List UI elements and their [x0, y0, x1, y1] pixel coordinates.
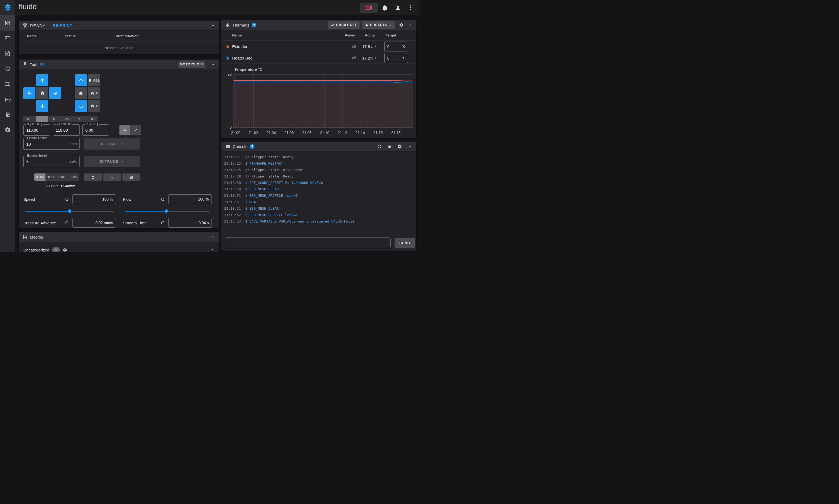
console-settings-gear-icon[interactable]	[397, 144, 402, 149]
macro-category-row[interactable]: Uncategorized 22	[23, 244, 215, 252]
console-output[interactable]: 21:17:21// Klipper state: Ready21:17:23$…	[224, 154, 414, 224]
fire-icon	[365, 23, 369, 27]
macro-count-badge: 22	[52, 247, 60, 252]
motors-off-button[interactable]: MOTORS OFF	[178, 60, 205, 68]
arrow-down-icon	[78, 103, 84, 109]
z-step-0.005[interactable]: 0.005	[34, 174, 46, 181]
collapse-category-button[interactable]	[210, 248, 215, 252]
collapse-status-button[interactable]	[210, 23, 215, 28]
home-xy-button[interactable]	[36, 87, 48, 99]
thermals-settings-gear-icon[interactable]	[399, 23, 404, 28]
console-help-button[interactable]: ?	[250, 144, 254, 149]
tool-panel: Tool ❄! MOTORS OFF ALL X Y 0.1 1 10 25 5…	[19, 59, 219, 228]
extrude-length-field[interactable]: Extrude Length 10 mm	[23, 138, 80, 149]
sidebar-item-tune[interactable]	[0, 76, 15, 92]
temperature-chart[interactable]	[234, 74, 413, 128]
speed-slider[interactable]	[25, 211, 114, 212]
z-step-0.01[interactable]: 0.01	[46, 174, 57, 181]
jog-step-100[interactable]: 100	[86, 116, 98, 122]
z-step-0.025[interactable]: 0.025	[57, 174, 68, 181]
sidebar-item-console[interactable]	[0, 31, 15, 46]
axis-arrow-icon	[122, 128, 127, 133]
emergency-stop-button[interactable]	[360, 3, 378, 13]
jog-x-plus-button[interactable]	[49, 87, 61, 99]
sidebar-item-jobs[interactable]	[0, 46, 15, 61]
z-offset-save-button[interactable]	[122, 174, 140, 181]
y-position-field[interactable]: Y [ 110.00 ]110.00	[53, 124, 80, 136]
pressure-advance-reset-button[interactable]	[65, 221, 69, 225]
thermals-help-button[interactable]: ?	[252, 23, 256, 28]
jog-step-0.1[interactable]: 0.1	[23, 116, 36, 122]
sidebar-item-settings[interactable]	[0, 122, 15, 138]
col-status: Status	[65, 34, 116, 38]
notifications-button[interactable]	[379, 2, 391, 13]
console-command-input[interactable]	[225, 237, 391, 248]
send-button[interactable]: SEND	[395, 238, 415, 248]
collapse-thermals-button[interactable]	[408, 22, 412, 28]
jog-step-10[interactable]: 10	[48, 116, 61, 122]
absolute-mode-button[interactable]	[119, 125, 130, 136]
jog-z-minus-button[interactable]	[75, 100, 87, 112]
account-button[interactable]	[392, 2, 404, 13]
flow-input[interactable]: 100 %	[168, 194, 212, 204]
dots-vertical-icon	[407, 4, 414, 11]
extrude-speed-field[interactable]: Extrude Speed 5 mm/s	[23, 156, 80, 167]
fluidd-logo[interactable]	[0, 0, 15, 15]
presets-button[interactable]: PRESETS	[362, 21, 395, 29]
jog-z-plus-button[interactable]	[75, 74, 87, 86]
arrow-down-icon	[39, 103, 45, 109]
collapse-console-button[interactable]	[408, 144, 412, 149]
relative-mode-button[interactable]	[130, 125, 141, 136]
smooth-time-reset-button[interactable]	[160, 221, 165, 225]
z-position-field[interactable]: Z [ 0.00 ]0.00	[82, 124, 109, 136]
heater-name: Extruder	[232, 44, 247, 49]
home-icon	[40, 91, 45, 96]
home-x-button[interactable]: X	[88, 87, 100, 99]
home-all-button[interactable]: ALL	[88, 74, 100, 86]
chart-toggle-button[interactable]: CHART OFF	[328, 21, 360, 29]
console-line: 21:17:23$ FIRMWARE_RESTART	[224, 160, 414, 167]
extruder-flame-icon	[225, 44, 230, 49]
arrow-left-icon	[27, 90, 33, 96]
sidebar-item-system[interactable]	[0, 107, 15, 122]
home-y-button[interactable]: Y	[88, 100, 100, 112]
jog-step-25[interactable]: 25	[61, 116, 73, 122]
y-tick-20: 20	[224, 72, 232, 76]
collapse-tool-button[interactable]	[210, 62, 215, 67]
extruder-target-input[interactable]: 0°C	[384, 41, 408, 52]
console-line: 21:18:52$ BED_MESH_PROFILE load=6	[224, 212, 414, 218]
z-offset-down-button[interactable]	[103, 174, 121, 181]
macro-settings-gear-icon[interactable]	[63, 248, 67, 252]
z-offset-step-selector: 0.005 0.01 0.025 0.05	[34, 174, 79, 181]
smooth-time-input[interactable]: 0.04 s	[168, 218, 212, 228]
bed-target-input[interactable]: 0°C	[384, 53, 408, 63]
flow-reset-button[interactable]	[160, 197, 165, 202]
transfer-up-icon	[91, 175, 95, 179]
console-fullscreen-button[interactable]	[377, 144, 382, 149]
home-z-button[interactable]	[75, 87, 87, 99]
thermals-table-header: Name Power Actual Target	[221, 30, 416, 41]
retract-button[interactable]: RETRACT	[84, 138, 140, 149]
flow-slider[interactable]	[125, 211, 210, 212]
sidebar-item-macros[interactable]: {···}	[0, 92, 15, 107]
overflow-menu-button[interactable]	[405, 2, 416, 13]
z-step-0.05[interactable]: 0.05	[68, 174, 79, 181]
speed-input[interactable]: 100 %	[72, 194, 116, 204]
speed-reset-button[interactable]	[65, 197, 69, 202]
jog-step-50[interactable]: 50	[73, 116, 86, 122]
x-position-field[interactable]: X [ 110.00 ]110.00	[23, 124, 50, 136]
jog-y-minus-button[interactable]	[36, 100, 48, 112]
z-offset-up-button[interactable]	[84, 174, 102, 181]
reprint-button[interactable]: RE-PRINT	[53, 23, 72, 28]
extrude-button[interactable]: EXTRUDE	[84, 156, 140, 167]
jog-x-minus-button[interactable]	[23, 87, 35, 99]
jog-y-plus-button[interactable]	[36, 74, 48, 86]
console-clear-button[interactable]	[387, 144, 392, 149]
pressure-advance-input[interactable]: 0.02 mm/s	[72, 218, 116, 228]
collapse-macros-button[interactable]	[210, 235, 215, 239]
col-duration: Print duration	[116, 34, 138, 38]
sidebar-item-dashboard[interactable]	[0, 15, 15, 31]
sidebar-item-history[interactable]	[0, 61, 15, 76]
jog-step-1[interactable]: 1	[36, 116, 49, 122]
flow-label: Flow	[123, 197, 132, 202]
